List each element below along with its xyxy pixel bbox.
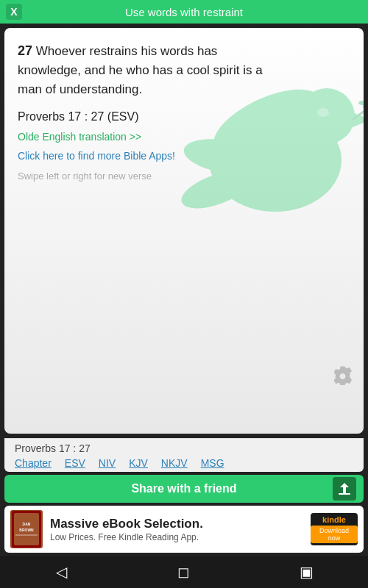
bible-apps-link[interactable]: Click here to find more Bible Apps! — [18, 150, 350, 162]
ad-subtitle: Low Prices. Free Kindle Reading App. — [50, 532, 303, 542]
top-bar: X Use words with restraint — [0, 0, 368, 24]
nav-nkjv[interactable]: NKJV — [161, 457, 188, 469]
app-icon[interactable]: X — [6, 4, 22, 20]
android-recents-button[interactable]: ▣ — [292, 557, 322, 587]
android-nav-bar: ◁ ◻ ▣ — [0, 556, 368, 588]
ad-book-image: DAN BROWN — [10, 510, 43, 548]
share-button[interactable]: Share with a friend — [4, 475, 364, 503]
android-home-button[interactable]: ◻ — [169, 557, 199, 587]
ad-download-button[interactable]: Download now — [311, 526, 358, 543]
old-english-link[interactable]: Olde English translation >> — [18, 131, 350, 143]
svg-point-9 — [358, 101, 364, 105]
svg-marker-2 — [353, 112, 364, 127]
verse-reference: Proverbs 17 : 27 (ESV) — [18, 110, 350, 123]
kindle-logo: kindle — [322, 515, 346, 524]
bottom-navigation: Proverbs 17 : 27 Chapter ESV NIV KJV NKJ… — [4, 438, 364, 472]
ad-kindle-badge[interactable]: kindle Download now — [311, 513, 358, 545]
top-bar-title: Use words with restraint — [125, 6, 243, 18]
verse-body: Whoever restrains his words has knowledg… — [18, 44, 263, 96]
svg-line-7 — [353, 109, 364, 120]
svg-text:BROWN: BROWN — [19, 528, 34, 532]
svg-text:DAN: DAN — [23, 522, 31, 526]
ad-title: Massive eBook Selection. — [50, 517, 303, 531]
ad-text: Massive eBook Selection. Low Prices. Fre… — [50, 517, 303, 542]
swipe-hint: Swipe left or right for new verse — [18, 171, 350, 182]
svg-point-8 — [363, 104, 364, 110]
nav-kjv[interactable]: KJV — [129, 457, 148, 469]
nav-niv[interactable]: NIV — [99, 457, 116, 469]
nav-chapter[interactable]: Chapter — [15, 457, 52, 469]
ad-banner[interactable]: DAN BROWN Massive eBook Selection. Low P… — [4, 506, 364, 553]
svg-rect-11 — [339, 493, 350, 495]
share-icon — [333, 477, 356, 501]
svg-rect-16 — [15, 534, 38, 536]
verse-number: 27 — [18, 43, 32, 58]
android-back-button[interactable]: ◁ — [46, 557, 76, 587]
nav-links: Chapter ESV NIV KJV NKJV MSG — [15, 457, 353, 469]
verse-text: 27 Whoever restrains his words has knowl… — [18, 41, 268, 98]
share-label: Share with a friend — [131, 482, 236, 495]
settings-icon[interactable] — [334, 366, 353, 390]
nav-msg[interactable]: MSG — [201, 457, 224, 469]
nav-reference: Proverbs 17 : 27 — [15, 442, 353, 454]
main-card: 27 Whoever restrains his words has knowl… — [4, 28, 364, 434]
nav-esv[interactable]: ESV — [65, 457, 85, 469]
